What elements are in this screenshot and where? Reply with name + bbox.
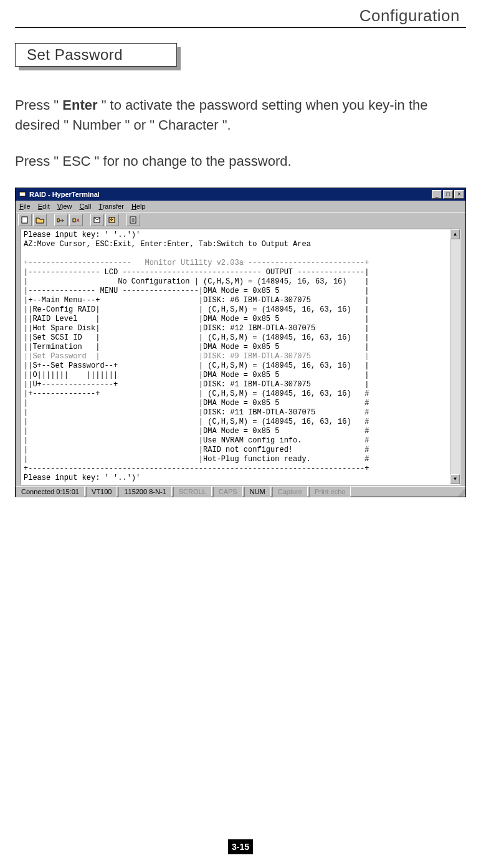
status-num: NUM bbox=[244, 487, 271, 497]
status-port: 115200 8-N-1 bbox=[118, 487, 171, 497]
toolbar-open-icon[interactable] bbox=[33, 214, 47, 226]
close-button[interactable]: × bbox=[454, 190, 464, 199]
status-printecho: Print echo bbox=[309, 487, 351, 497]
scroll-up-icon[interactable]: ▲ bbox=[450, 229, 460, 239]
scroll-down-icon[interactable]: ▼ bbox=[450, 474, 460, 484]
toolbar-connect-icon[interactable] bbox=[54, 214, 68, 226]
app-icon bbox=[18, 190, 27, 199]
menu-call[interactable]: Call bbox=[79, 203, 91, 210]
instruction-paragraph-2: Press " ESC " for no change to the passw… bbox=[15, 151, 466, 171]
toolbar-disconnect-icon[interactable] bbox=[69, 214, 83, 226]
vertical-scrollbar[interactable]: ▲ ▼ bbox=[450, 229, 460, 484]
svg-rect-1 bbox=[20, 193, 25, 196]
toolbar-properties-icon[interactable] bbox=[126, 214, 140, 226]
menu-file[interactable]: File bbox=[19, 203, 31, 210]
svg-rect-3 bbox=[57, 219, 59, 222]
window-titlebar[interactable]: RAID - HyperTerminal _ □ × bbox=[16, 188, 465, 201]
toolbar bbox=[16, 212, 465, 227]
page-number: 3-15 bbox=[228, 839, 253, 854]
svg-rect-4 bbox=[73, 219, 75, 222]
menu-edit[interactable]: Edit bbox=[38, 203, 50, 210]
status-scroll: SCROLL bbox=[173, 487, 212, 497]
status-emulation: VT100 bbox=[86, 487, 117, 497]
maximize-button[interactable]: □ bbox=[443, 190, 453, 199]
status-connected: Connected 0:15:01 bbox=[16, 487, 85, 497]
resize-grip-icon[interactable] bbox=[455, 487, 465, 497]
terminal-area[interactable]: Please input key: ' '..')' AZ:Move Curso… bbox=[21, 229, 460, 485]
minimize-button[interactable]: _ bbox=[432, 190, 442, 199]
menu-view[interactable]: View bbox=[57, 203, 72, 210]
instruction-paragraph-1: Press " Enter " to activate the password… bbox=[15, 95, 466, 135]
svg-rect-2 bbox=[22, 217, 27, 223]
section-heading-label: Set Password bbox=[15, 43, 177, 67]
toolbar-receive-icon[interactable] bbox=[105, 214, 119, 226]
section-heading: Set Password bbox=[15, 43, 177, 68]
status-caps: CAPS bbox=[213, 487, 243, 497]
toolbar-send-icon[interactable] bbox=[90, 214, 104, 226]
toolbar-new-icon[interactable] bbox=[18, 214, 32, 226]
status-capture: Capture bbox=[272, 487, 308, 497]
status-bar: Connected 0:15:01 VT100 115200 8-N-1 SCR… bbox=[16, 486, 465, 497]
chapter-title: Configuration bbox=[15, 6, 466, 26]
window-title: RAID - HyperTerminal bbox=[29, 191, 431, 198]
header-rule bbox=[15, 27, 466, 28]
menu-help[interactable]: Help bbox=[131, 203, 146, 210]
terminal-output: Please input key: ' '..')' AZ:Move Curso… bbox=[21, 229, 450, 484]
hyperterminal-window: RAID - HyperTerminal _ □ × File Edit Vie… bbox=[15, 188, 466, 497]
menu-bar[interactable]: File Edit View Call Transfer Help bbox=[16, 201, 465, 212]
menu-transfer[interactable]: Transfer bbox=[98, 203, 124, 210]
